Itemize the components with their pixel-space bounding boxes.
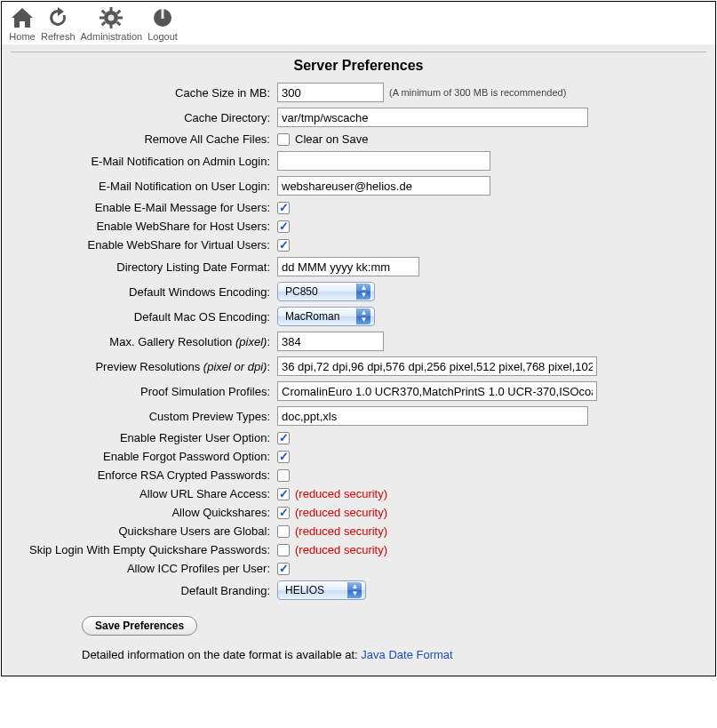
svg-point-1 xyxy=(108,15,115,21)
skip-login-empty-checkbox[interactable] xyxy=(277,544,290,556)
enable-ws-virtual-checkbox[interactable] xyxy=(277,239,290,252)
enable-forgot-checkbox[interactable] xyxy=(277,451,290,463)
allow-url-share-checkbox[interactable] xyxy=(277,488,290,500)
win-encoding-select[interactable]: PC850 ▲▼ xyxy=(277,282,375,301)
toolbar: Home Refresh Administration Logout xyxy=(2,2,715,44)
refresh-button[interactable]: Refresh xyxy=(39,5,77,42)
home-icon xyxy=(9,5,36,30)
label-enforce-rsa: Enforce RSA Crypted Passwords: xyxy=(11,468,277,482)
mac-encoding-select[interactable]: MacRoman ▲▼ xyxy=(277,307,375,326)
administration-button[interactable]: Administration xyxy=(79,5,145,42)
default-branding-value: HELIOS xyxy=(285,584,324,596)
chevron-updown-icon: ▲▼ xyxy=(347,582,362,598)
win-encoding-value: PC850 xyxy=(285,285,318,298)
label-skip-login-empty: Skip Login With Empty Quickshare Passwor… xyxy=(11,543,277,556)
svg-rect-2 xyxy=(110,7,113,12)
label-quickshare-global: Quickshare Users are Global: xyxy=(11,524,277,538)
gear-icon xyxy=(81,5,143,30)
clear-on-save-label: Clear on Save xyxy=(295,132,368,146)
svg-rect-3 xyxy=(110,24,113,28)
chevron-updown-icon: ▲▼ xyxy=(356,308,370,324)
cache-size-input[interactable] xyxy=(277,83,384,102)
label-custom-preview: Custom Preview Types: xyxy=(11,410,277,423)
allow-icc-checkbox[interactable] xyxy=(277,563,290,575)
toolbar-label: Refresh xyxy=(41,31,76,42)
label-enable-ws-virtual: Enable WebShare for Virtual Users: xyxy=(11,238,277,252)
reduced-security-note: (reduced security) xyxy=(295,543,387,556)
email-user-input[interactable] xyxy=(277,176,490,196)
quickshare-global-checkbox[interactable] xyxy=(277,525,290,538)
reduced-security-note: (reduced security) xyxy=(295,487,387,500)
label-remove-cache: Remove All Cache Files: xyxy=(11,132,277,146)
svg-rect-4 xyxy=(100,17,104,20)
svg-rect-5 xyxy=(118,17,123,20)
label-dir-date-fmt: Directory Listing Date Format: xyxy=(11,260,277,274)
label-enable-register: Enable Register User Option: xyxy=(11,431,277,444)
page-title: Server Preferences xyxy=(11,58,706,74)
enable-ws-host-checkbox[interactable] xyxy=(277,220,290,233)
preview-res-input[interactable] xyxy=(277,356,597,376)
chevron-updown-icon: ▲▼ xyxy=(356,284,370,300)
label-enable-email-msg: Enable E-Mail Message for Users: xyxy=(11,201,277,214)
enforce-rsa-checkbox[interactable] xyxy=(277,469,290,482)
cache-size-hint: (A minimum of 300 MB is recommended) xyxy=(389,87,566,98)
reduced-security-note: (reduced security) xyxy=(295,506,387,519)
max-gallery-input[interactable] xyxy=(277,332,384,351)
label-cache-dir: Cache Directory: xyxy=(11,111,277,124)
footer-text: Detailed information on the date format … xyxy=(82,648,706,661)
label-allow-icc: Allow ICC Profiles per User: xyxy=(11,562,277,575)
label-enable-forgot: Enable Forgot Password Option: xyxy=(11,450,277,463)
label-preview-res: Preview Resolutions (pixel or dpi): xyxy=(11,360,277,373)
clear-on-save-checkbox[interactable] xyxy=(277,133,290,146)
logout-button[interactable]: Logout xyxy=(146,5,179,42)
label-win-encoding: Default Windows Encoding: xyxy=(11,285,277,299)
label-enable-ws-host: Enable WebShare for Host Users: xyxy=(11,220,277,233)
label-cache-size: Cache Size in MB: xyxy=(11,86,277,100)
divider xyxy=(11,52,706,52)
enable-email-msg-checkbox[interactable] xyxy=(277,202,290,214)
home-button[interactable]: Home xyxy=(7,5,37,42)
enable-register-checkbox[interactable] xyxy=(277,432,290,444)
java-date-format-link[interactable]: Java Date Format xyxy=(361,648,452,661)
toolbar-label: Administration xyxy=(81,31,143,42)
default-branding-select[interactable]: HELIOS ▲▼ xyxy=(277,580,366,600)
proof-profiles-input[interactable] xyxy=(277,381,597,401)
custom-preview-input[interactable] xyxy=(277,406,588,426)
reduced-security-note: (reduced security) xyxy=(295,524,387,538)
label-proof-profiles: Proof Simulation Profiles: xyxy=(11,385,277,398)
label-default-branding: Default Branding: xyxy=(11,584,277,597)
toolbar-label: Logout xyxy=(147,31,178,42)
label-allow-quickshares: Allow Quickshares: xyxy=(11,506,277,519)
svg-rect-11 xyxy=(162,9,164,19)
mac-encoding-value: MacRoman xyxy=(285,310,339,323)
allow-quickshares-checkbox[interactable] xyxy=(277,507,290,519)
label-email-user: E-Mail Notification on User Login: xyxy=(11,180,277,193)
save-preferences-button[interactable]: Save Preferences xyxy=(82,616,197,636)
dir-date-fmt-input[interactable] xyxy=(277,257,419,276)
email-admin-input[interactable] xyxy=(277,151,490,171)
label-max-gallery: Max. Gallery Resolution (pixel): xyxy=(11,335,277,348)
label-allow-url-share: Allow URL Share Access: xyxy=(11,487,277,500)
label-email-admin: E-Mail Notification on Admin Login: xyxy=(11,155,277,168)
label-mac-encoding: Default Mac OS Encoding: xyxy=(11,310,277,324)
refresh-icon xyxy=(41,5,76,30)
toolbar-label: Home xyxy=(9,31,36,42)
cache-dir-input[interactable] xyxy=(277,108,588,127)
logout-icon xyxy=(147,5,178,30)
